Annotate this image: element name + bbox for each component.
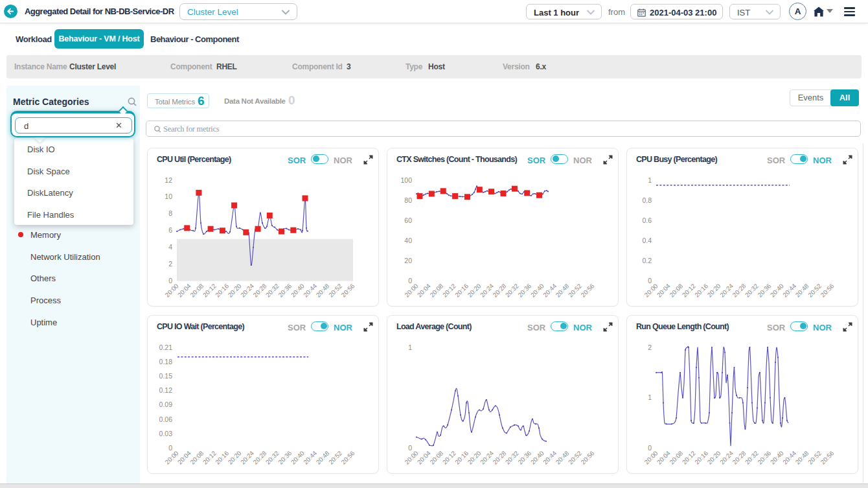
svg-text:20:12: 20:12: [681, 450, 697, 466]
svg-text:20:36: 20:36: [756, 283, 772, 299]
svg-text:0.2: 0.2: [642, 257, 652, 264]
svg-text:20:28: 20:28: [731, 283, 747, 299]
svg-text:20:28: 20:28: [491, 283, 507, 299]
svg-text:20:16: 20:16: [453, 450, 470, 466]
svg-text:20:00: 20:00: [643, 449, 659, 465]
svg-text:100: 100: [400, 176, 412, 184]
svg-text:20:00: 20:00: [163, 282, 179, 298]
svg-text:20:04: 20:04: [416, 449, 432, 465]
svg-text:20:44: 20:44: [542, 449, 558, 465]
svg-text:20:24: 20:24: [479, 449, 495, 465]
svg-text:1: 1: [648, 176, 652, 184]
svg-text:0.4: 0.4: [642, 237, 652, 244]
svg-text:20:44: 20:44: [781, 449, 797, 465]
svg-text:0: 0: [168, 444, 172, 452]
svg-text:0: 0: [408, 277, 412, 285]
svg-text:20:36: 20:36: [516, 450, 532, 466]
svg-text:20:16: 20:16: [214, 450, 230, 466]
svg-text:0: 0: [648, 444, 652, 452]
svg-text:20:20: 20:20: [466, 449, 483, 465]
svg-text:20:52: 20:52: [567, 450, 583, 466]
svg-text:20:40: 20:40: [769, 282, 785, 298]
svg-text:40: 40: [404, 237, 412, 244]
svg-text:20:28: 20:28: [251, 450, 268, 466]
svg-text:20:32: 20:32: [744, 450, 760, 466]
svg-text:20:12: 20:12: [201, 283, 218, 299]
svg-text:80: 80: [404, 196, 412, 204]
svg-text:20:48: 20:48: [554, 283, 571, 299]
svg-text:20:00: 20:00: [403, 282, 419, 298]
svg-text:20:44: 20:44: [542, 282, 558, 298]
svg-text:20:08: 20:08: [188, 450, 205, 466]
svg-text:20:20: 20:20: [227, 282, 243, 298]
svg-text:2: 2: [648, 343, 652, 351]
svg-text:20:20: 20:20: [227, 449, 243, 465]
svg-text:20:36: 20:36: [277, 450, 293, 466]
svg-text:20:08: 20:08: [428, 283, 444, 299]
svg-text:0.21: 0.21: [159, 343, 173, 351]
svg-text:20:00: 20:00: [403, 449, 419, 465]
svg-text:20:32: 20:32: [744, 283, 760, 299]
svg-text:20:04: 20:04: [656, 282, 672, 298]
svg-text:20:16: 20:16: [693, 283, 709, 299]
svg-text:20:40: 20:40: [529, 282, 545, 298]
svg-text:20:16: 20:16: [453, 283, 470, 299]
svg-text:0.09: 0.09: [159, 401, 173, 408]
svg-text:20:28: 20:28: [491, 450, 507, 466]
svg-text:20:08: 20:08: [668, 450, 684, 466]
svg-text:20:48: 20:48: [794, 283, 810, 299]
svg-text:20:24: 20:24: [239, 449, 255, 465]
svg-text:20:24: 20:24: [479, 282, 495, 298]
svg-text:20:00: 20:00: [643, 282, 659, 298]
svg-text:1: 1: [408, 343, 412, 351]
svg-text:20:56: 20:56: [819, 283, 835, 299]
svg-text:20:52: 20:52: [567, 283, 583, 299]
svg-text:20:48: 20:48: [794, 450, 810, 466]
svg-text:20:32: 20:32: [264, 450, 280, 466]
svg-text:0.6: 0.6: [642, 216, 652, 224]
svg-text:20:44: 20:44: [302, 449, 318, 465]
svg-text:20:16: 20:16: [693, 450, 709, 466]
svg-text:20:56: 20:56: [819, 450, 835, 466]
svg-text:20:12: 20:12: [201, 450, 218, 466]
svg-text:20:24: 20:24: [718, 282, 735, 298]
svg-text:20:00: 20:00: [163, 449, 179, 465]
svg-text:20:32: 20:32: [504, 450, 520, 466]
svg-text:0.12: 0.12: [159, 386, 173, 394]
svg-text:0.06: 0.06: [159, 415, 173, 423]
svg-text:20:12: 20:12: [681, 283, 697, 299]
svg-text:12: 12: [165, 176, 172, 184]
svg-text:20:36: 20:36: [756, 450, 772, 466]
svg-text:4: 4: [168, 243, 172, 251]
svg-text:20:04: 20:04: [656, 449, 672, 465]
svg-text:20:40: 20:40: [769, 449, 785, 465]
svg-text:0: 0: [408, 444, 412, 452]
svg-text:60: 60: [404, 216, 412, 224]
svg-text:20:08: 20:08: [188, 283, 205, 299]
svg-text:20:24: 20:24: [239, 282, 255, 298]
svg-text:20:56: 20:56: [339, 450, 356, 466]
svg-text:0: 0: [168, 277, 172, 285]
svg-text:20:16: 20:16: [214, 283, 230, 299]
svg-text:20:44: 20:44: [302, 282, 318, 298]
svg-text:20:48: 20:48: [554, 450, 571, 466]
svg-text:20:32: 20:32: [264, 283, 280, 299]
svg-text:20:04: 20:04: [416, 282, 432, 298]
svg-text:20:48: 20:48: [315, 283, 331, 299]
svg-text:20:20: 20:20: [706, 282, 722, 298]
svg-text:0.8: 0.8: [642, 196, 652, 204]
svg-text:10: 10: [165, 192, 172, 200]
svg-text:20:36: 20:36: [516, 283, 532, 299]
svg-text:20:20: 20:20: [466, 282, 483, 298]
svg-text:20:36: 20:36: [277, 283, 293, 299]
svg-text:20:40: 20:40: [290, 449, 306, 465]
svg-text:2: 2: [168, 260, 172, 268]
svg-text:20:56: 20:56: [339, 283, 356, 299]
svg-text:20:24: 20:24: [718, 449, 735, 465]
svg-text:20:56: 20:56: [579, 450, 595, 466]
svg-text:20:40: 20:40: [529, 449, 545, 465]
svg-text:20:04: 20:04: [176, 282, 192, 298]
svg-text:20: 20: [404, 257, 412, 264]
svg-text:20:52: 20:52: [327, 283, 343, 299]
svg-text:20:52: 20:52: [327, 450, 343, 466]
